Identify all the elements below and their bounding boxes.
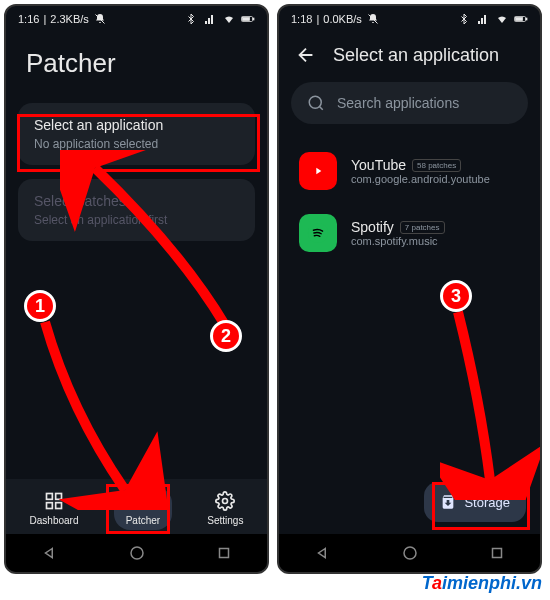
nav-label: Dashboard [30,515,79,526]
signal-icon [203,13,217,25]
back-button[interactable] [314,544,332,562]
annotation-badge-1: 1 [24,290,56,322]
back-button[interactable] [41,544,59,562]
status-time: 1:16 [18,13,39,25]
storage-icon [440,494,456,510]
svg-rect-3 [243,18,250,21]
phone-screen-right: 1:18 | 0.0KB/s Select an application [277,4,542,574]
app-item-spotify[interactable]: Spotify 7 patches com.spotify.music [279,202,540,264]
spotify-icon [299,214,337,252]
search-input[interactable] [337,95,512,111]
select-application-card[interactable]: Select an application No application sel… [18,103,255,165]
select-patches-card: Select patches Select an application fir… [18,179,255,241]
annotation-badge-3: 3 [440,280,472,312]
phone-screen-left: 1:16 | 2.3KB/s Patcher Select an applica… [4,4,269,574]
header: Select an application [279,32,540,74]
app-name: Spotify [351,219,394,235]
svg-point-9 [131,547,143,559]
wrench-icon [133,491,153,511]
nav-patcher[interactable]: Patcher [114,487,172,530]
bottom-nav: Dashboard Patcher Settings [6,479,267,534]
status-speed: 2.3KB/s [50,13,89,25]
status-bar: 1:18 | 0.0KB/s [279,6,540,32]
annotation-badge-2: 2 [210,320,242,352]
dashboard-icon [44,491,64,511]
svg-point-8 [223,499,228,504]
bluetooth-icon [457,13,471,25]
svg-rect-2 [253,18,254,20]
back-icon[interactable] [295,44,317,66]
svg-rect-18 [492,549,501,558]
android-nav [6,534,267,572]
search-bar[interactable] [291,82,528,124]
svg-rect-13 [526,18,527,20]
app-package: com.spotify.music [351,235,520,247]
card-title: Select patches [34,193,239,209]
svg-point-17 [404,547,416,559]
nav-label: Settings [207,515,243,526]
card-title: Select an application [34,117,239,133]
app-badge: 7 patches [400,221,445,234]
card-subtitle: No application selected [34,137,239,151]
fab-label: Storage [464,495,510,510]
svg-rect-4 [47,494,53,500]
youtube-icon [299,152,337,190]
wifi-icon [495,13,509,25]
nav-settings[interactable]: Settings [195,487,255,530]
home-button[interactable] [401,544,419,562]
svg-rect-14 [516,18,523,21]
card-subtitle: Select an application first [34,213,239,227]
recent-button[interactable] [215,544,233,562]
svg-point-15 [309,96,321,108]
notification-off-icon [366,13,380,25]
gear-icon [215,491,235,511]
nav-label: Patcher [126,515,160,526]
watermark: Taimienphi.vn [422,573,542,594]
app-item-youtube[interactable]: YouTube 58 patches com.google.android.yo… [279,140,540,202]
battery-icon [514,13,528,25]
nav-dashboard[interactable]: Dashboard [18,487,91,530]
home-button[interactable] [128,544,146,562]
bluetooth-icon [184,13,198,25]
svg-rect-10 [219,549,228,558]
status-speed: 0.0KB/s [323,13,362,25]
app-badge: 58 patches [412,159,461,172]
header-title: Select an application [333,45,499,66]
page-title: Patcher [6,32,267,103]
svg-rect-6 [47,503,53,509]
storage-button[interactable]: Storage [424,482,526,522]
recent-button[interactable] [488,544,506,562]
notification-off-icon [93,13,107,25]
svg-rect-7 [56,503,62,509]
app-package: com.google.android.youtube [351,173,520,185]
battery-icon [241,13,255,25]
status-time: 1:18 [291,13,312,25]
app-name: YouTube [351,157,406,173]
svg-rect-5 [56,494,62,500]
status-bar: 1:16 | 2.3KB/s [6,6,267,32]
signal-icon [476,13,490,25]
wifi-icon [222,13,236,25]
android-nav [279,534,540,572]
search-icon [307,94,325,112]
